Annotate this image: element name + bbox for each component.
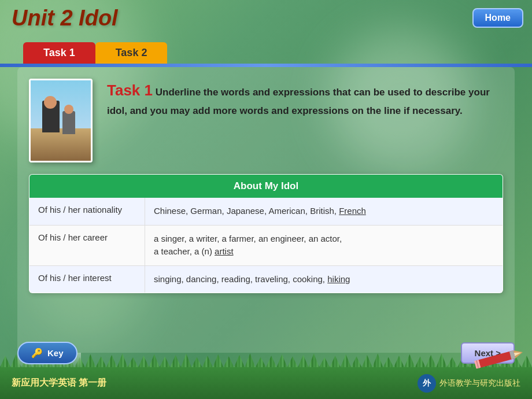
table-row: Of his / her nationality Chinese, German… xyxy=(29,198,503,226)
row1-text-plain: Chinese, German, Japanese, American, Bri… xyxy=(154,206,339,216)
table-header: About My Idol xyxy=(29,175,503,198)
header: Unit 2 Idol Home xyxy=(0,0,532,36)
row1-label: Of his / her nationality xyxy=(29,198,145,225)
unit-title: Unit 2 Idol xyxy=(12,6,118,31)
tabs-bar: Task 1 Task 2 xyxy=(0,36,532,64)
footer-left-text: 新应用大学英语 第一册 xyxy=(12,377,106,389)
main-content: Task 1 Underline the words and expressio… xyxy=(17,67,515,353)
publisher-logo: 外 外语教学与研究出版社 xyxy=(418,374,520,393)
row3-text-plain: singing, dancing, reading, traveling, co… xyxy=(154,274,327,284)
key-button[interactable]: 🔑 Key xyxy=(17,342,77,364)
footer-bar: 新应用大学英语 第一册 外 外语教学与研究出版社 xyxy=(0,367,532,399)
table-row: Of his / her interest singing, dancing, … xyxy=(29,266,503,293)
tab-task1[interactable]: Task 1 xyxy=(23,42,95,64)
publisher-name: 外语教学与研究出版社 xyxy=(439,378,520,389)
task-label: Task 1 xyxy=(107,82,153,99)
row3-text-underlined: hiking xyxy=(327,274,350,284)
task-text: Underline the words and expressions that… xyxy=(107,87,490,116)
publisher-icon: 外 xyxy=(418,374,436,393)
row2-content: a singer, a writer, a farmer, an enginee… xyxy=(145,226,503,265)
home-button[interactable]: Home xyxy=(472,8,523,28)
row1-content: Chinese, German, Japanese, American, Bri… xyxy=(145,198,503,225)
row3-label: Of his / her interest xyxy=(29,266,145,293)
row3-content: singing, dancing, reading, traveling, co… xyxy=(145,266,503,293)
tab-separator xyxy=(0,64,532,67)
idol-table: About My Idol Of his / her nationality C… xyxy=(29,174,503,293)
photo-box xyxy=(29,79,93,162)
tab-task2[interactable]: Task 2 xyxy=(95,42,168,64)
top-section: Task 1 Underline the words and expressio… xyxy=(29,79,503,162)
row2-text-underlined: artist xyxy=(215,246,234,256)
key-icon: 🔑 xyxy=(31,348,43,359)
row1-text-underlined: French xyxy=(339,206,366,216)
row2-text-plain: a singer, a writer, a farmer, an enginee… xyxy=(154,234,342,257)
table-row: Of his / her career a singer, a writer, … xyxy=(29,226,503,266)
bottom-bar: 🔑 Key Next > xyxy=(17,338,515,367)
row2-label: Of his / her career xyxy=(29,226,145,265)
task-instruction: Task 1 Underline the words and expressio… xyxy=(107,79,503,162)
key-label: Key xyxy=(47,348,64,358)
